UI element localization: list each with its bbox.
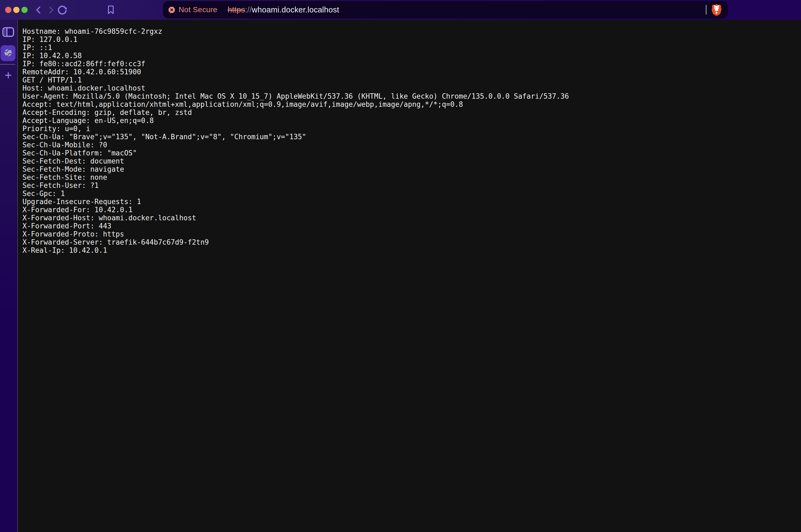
chevron-left-icon	[35, 11, 42, 15]
forward-button[interactable]	[48, 6, 55, 14]
back-button[interactable]	[35, 6, 42, 14]
sidebar-panel-icon	[2, 34, 14, 38]
sidebar-divider	[0, 64, 15, 64]
globe-icon	[4, 49, 13, 58]
not-secure-label: Not Secure	[179, 5, 217, 14]
vertical-tabs-sidebar	[0, 20, 18, 532]
url-text: https://whoami.docker.localhost	[227, 5, 339, 14]
zoom-window-button[interactable]	[21, 7, 28, 13]
browser-toolbar: Not Secure https://whoami.docker.localho…	[0, 0, 801, 20]
plus-icon	[5, 76, 12, 80]
window-body: Hostname: whoami-76c9859cfc-2rgxz IP: 12…	[0, 20, 801, 532]
page-content: Hostname: whoami-76c9859cfc-2rgxz IP: 12…	[18, 20, 801, 532]
address-bar-right	[706, 3, 722, 16]
address-bar-divider	[706, 5, 707, 15]
whoami-response-text: Hostname: whoami-76c9859cfc-2rgxz IP: 12…	[18, 20, 801, 254]
minimize-window-button[interactable]	[13, 7, 19, 13]
chevron-right-icon	[48, 11, 55, 15]
not-secure-icon	[168, 6, 175, 13]
address-bar[interactable]: Not Secure https://whoami.docker.localho…	[163, 1, 728, 18]
url-host: whoami.docker.localhost	[252, 5, 339, 14]
bookmark-button[interactable]	[108, 5, 114, 14]
new-tab-button[interactable]	[5, 72, 12, 79]
reload-button[interactable]	[57, 5, 67, 15]
browser-window: Not Secure https://whoami.docker.localho…	[0, 0, 801, 532]
sidebar-toggle-button[interactable]	[2, 27, 14, 37]
active-tab-whoami[interactable]	[1, 45, 15, 61]
brave-shields-icon[interactable]	[711, 3, 722, 16]
url-scheme: https	[227, 5, 245, 14]
reload-icon	[57, 12, 67, 16]
window-controls	[5, 7, 28, 13]
bookmark-icon	[108, 11, 114, 15]
close-window-button[interactable]	[5, 7, 11, 13]
url-separator: ://	[245, 5, 252, 14]
